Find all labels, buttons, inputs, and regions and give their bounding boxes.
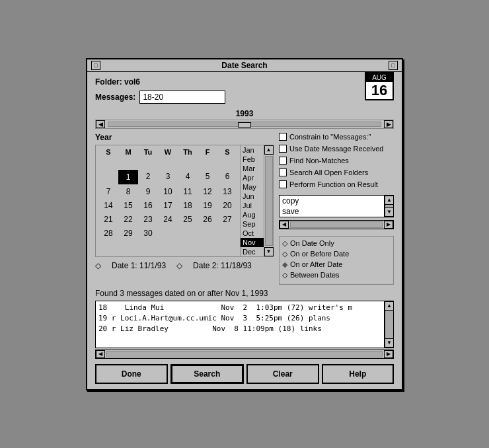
year-scroll-right[interactable]: ▶	[384, 120, 393, 128]
cal-cell	[198, 227, 217, 240]
month-aug[interactable]: Aug	[241, 210, 264, 219]
cal-cell-4[interactable]: 4	[178, 170, 198, 184]
month-jan[interactable]: Jan	[241, 145, 264, 155]
message-horiz-track	[106, 351, 383, 357]
message-horiz-right[interactable]: ▶	[384, 350, 393, 358]
cal-cell-16[interactable]: 16	[138, 199, 158, 212]
cal-cell-27[interactable]: 27	[217, 213, 237, 226]
function-scroll-up[interactable]: ▲	[385, 196, 394, 205]
radio-between-diamond[interactable]: ◇	[282, 271, 287, 280]
checkbox-search-all-box[interactable]	[279, 168, 287, 176]
folder-label: Folder: vol6	[95, 77, 140, 87]
clear-button[interactable]: Clear	[246, 364, 319, 384]
search-button[interactable]: Search	[170, 364, 244, 384]
help-button[interactable]: Help	[322, 364, 395, 384]
cal-cell-6[interactable]: 6	[217, 170, 237, 184]
cal-cell-5[interactable]: 5	[198, 170, 217, 184]
message-scroll-track	[385, 311, 393, 338]
month-feb[interactable]: Feb	[241, 155, 264, 164]
cal-cell-20[interactable]: 20	[217, 199, 237, 212]
cal-header-F: F	[198, 148, 217, 156]
cal-cell-12[interactable]: 12	[198, 185, 217, 198]
cal-cell-19[interactable]: 19	[198, 199, 217, 212]
message-horiz-left[interactable]: ◀	[96, 350, 105, 358]
cal-cell-28[interactable]: 28	[98, 227, 118, 240]
month-oct[interactable]: Oct	[241, 229, 264, 238]
function-copy[interactable]: copy	[280, 196, 384, 206]
checkbox-search-all-label: Search All Open Folders	[289, 168, 368, 176]
message-horiz-scroll[interactable]: ◀ ▶	[95, 350, 394, 359]
cal-cell-30[interactable]: 30	[138, 227, 158, 240]
cal-cell-10[interactable]: 10	[158, 185, 178, 198]
cal-cell	[158, 157, 178, 169]
cal-cell-25[interactable]: 25	[178, 213, 198, 226]
checkbox-use-date-label: Use Date Message Received	[289, 145, 383, 153]
cal-cell-21[interactable]: 21	[98, 213, 118, 226]
checkbox-perform-box[interactable]	[279, 180, 287, 188]
month-nov[interactable]: Nov	[241, 238, 264, 247]
cal-cell-13[interactable]: 13	[217, 185, 237, 198]
checkbox-use-date-box[interactable]	[279, 145, 287, 153]
calendar-icon: AUG 16	[365, 72, 394, 100]
function-horiz-left[interactable]: ◀	[280, 221, 289, 229]
message-scroll-down[interactable]: ▼	[385, 338, 394, 348]
function-scroll-down[interactable]: ▼	[385, 207, 394, 217]
function-horiz-scroll[interactable]: ◀ ▶	[279, 220, 394, 229]
cal-cell-22[interactable]: 22	[118, 213, 138, 226]
month-apr[interactable]: Apr	[241, 173, 264, 182]
month-sep[interactable]: Sep	[241, 219, 264, 229]
cal-cell-24[interactable]: 24	[158, 213, 178, 226]
message-scrollbar: ▲ ▼	[385, 301, 394, 348]
year-scrollbar[interactable]: ◀ ▶	[95, 120, 394, 129]
message-row-20[interactable]: 20 r Liz Bradley Nov 8 11:09pm (18) link…	[98, 324, 381, 334]
radio-on-or-after-diamond[interactable]: ◆	[282, 260, 287, 269]
done-button[interactable]: Done	[95, 364, 168, 384]
radio-on-date-diamond[interactable]: ◇	[282, 239, 287, 248]
radio-between-label: Between Dates	[290, 271, 340, 279]
cal-cell-29[interactable]: 29	[118, 227, 138, 240]
message-row-18[interactable]: 18 Linda Mui Nov 2 1:03pm (72) writer's …	[98, 303, 381, 313]
messages-input[interactable]	[139, 91, 225, 104]
cal-cell	[198, 157, 217, 169]
title-bar-right-controls: □	[389, 61, 398, 70]
month-dec[interactable]: Dec	[241, 247, 264, 256]
cal-cell-15[interactable]: 15	[118, 199, 138, 212]
cal-cell-14[interactable]: 14	[98, 199, 118, 212]
cal-cell-2[interactable]: 2	[138, 170, 158, 184]
cal-cell-17[interactable]: 17	[158, 199, 178, 212]
cal-cell	[98, 157, 118, 169]
cal-cell-8[interactable]: 8	[118, 185, 138, 198]
messages-label: Messages:	[95, 93, 135, 102]
checkbox-find-non: Find Non-Matches	[279, 157, 394, 165]
checkbox-perform-label: Perform Function on Result	[289, 180, 378, 188]
month-jun[interactable]: Jun	[241, 192, 264, 201]
cal-cell-7[interactable]: 7	[98, 185, 118, 198]
left-panel: Year S M Tu W Th F S	[95, 133, 274, 285]
cal-cell-18[interactable]: 18	[178, 199, 198, 212]
month-may[interactable]: May	[241, 182, 264, 192]
month-jul[interactable]: Jul	[241, 201, 264, 210]
cal-cell-11[interactable]: 11	[178, 185, 198, 198]
month-scroll-down[interactable]: ▼	[264, 247, 274, 256]
cal-cell-23[interactable]: 23	[138, 213, 158, 226]
cal-cell-3[interactable]: 3	[158, 170, 178, 184]
message-list-inner: 18 Linda Mui Nov 2 1:03pm (72) writer's …	[96, 301, 384, 336]
function-horiz-right[interactable]: ▶	[384, 221, 393, 229]
message-scroll-up[interactable]: ▲	[385, 301, 394, 311]
checkbox-constrain-box[interactable]	[279, 133, 287, 141]
cal-header-W: W	[158, 148, 178, 156]
checkbox-find-non-box[interactable]	[279, 157, 287, 165]
cal-cell-1[interactable]: 1	[118, 170, 138, 184]
cal-cell	[178, 157, 198, 169]
month-mar[interactable]: Mar	[241, 164, 264, 173]
function-save[interactable]: save	[280, 206, 384, 217]
cal-cell-9[interactable]: 9	[138, 185, 158, 198]
title-expand-btn[interactable]: □	[389, 61, 398, 70]
title-close-btn[interactable]: □	[91, 61, 100, 70]
year-scroll-left[interactable]: ◀	[96, 120, 105, 128]
radio-on-or-before-diamond[interactable]: ◇	[282, 250, 287, 258]
message-row-19[interactable]: 19 r Loci.A.Hart@um.cc.umic Nov 3 5:25pm…	[98, 313, 381, 324]
month-scroll-up[interactable]: ▲	[264, 145, 274, 155]
cal-cell	[158, 227, 178, 240]
cal-cell-26[interactable]: 26	[198, 213, 217, 226]
